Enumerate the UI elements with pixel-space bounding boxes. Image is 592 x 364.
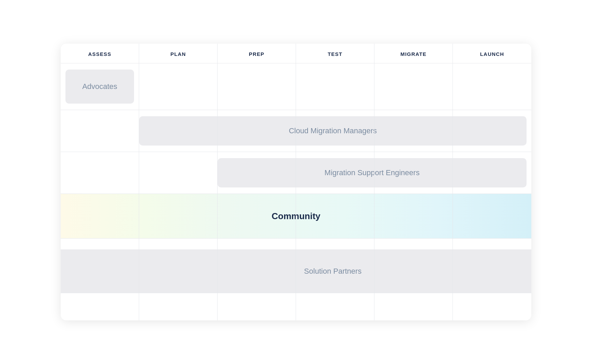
header-plan: PLAN: [139, 44, 218, 63]
support-label: Migration Support Engineers: [325, 168, 420, 177]
cloud-empty-1: [61, 110, 139, 152]
community-content: Community: [61, 194, 531, 238]
header-migrate: MIGRATE: [374, 44, 453, 63]
bottom-1: [61, 293, 139, 320]
bottom-row: [61, 293, 531, 320]
header-assess: ASSESS: [61, 44, 139, 63]
grid-area: Advocates Cloud Migration Managers: [61, 63, 531, 320]
gap-5: [374, 239, 453, 249]
gap-4: [296, 239, 374, 249]
advocates-empty-2: [139, 63, 218, 110]
advocates-empty-6: [453, 63, 531, 110]
bottom-4: [296, 293, 374, 320]
advocates-row: Advocates: [61, 63, 531, 110]
bottom-6: [453, 293, 531, 320]
main-container: ASSESS PLAN PREP TEST MIGRATE LAUNCH Adv…: [61, 44, 531, 320]
bottom-5: [374, 293, 453, 320]
advocates-empty-3: [218, 63, 296, 110]
solution-partners-row: Solution Partners: [61, 250, 531, 293]
solution-label: Solution Partners: [304, 267, 362, 276]
cloud-label: Cloud Migration Managers: [289, 126, 377, 135]
header-launch: LAUNCH: [453, 44, 531, 63]
cloud-span: Cloud Migration Managers: [139, 110, 531, 152]
support-span: Migration Support Engineers: [218, 152, 531, 194]
header-prep: PREP: [218, 44, 296, 63]
advocates-cell: Advocates: [61, 63, 139, 110]
gap-6: [453, 239, 531, 249]
advocates-block: Advocates: [65, 70, 134, 104]
header-test: TEST: [296, 44, 374, 63]
migration-support-row: Migration Support Engineers: [61, 152, 531, 194]
gap-3: [218, 239, 296, 249]
solution-span: Solution Partners: [139, 250, 531, 293]
header-row: ASSESS PLAN PREP TEST MIGRATE LAUNCH: [61, 44, 531, 63]
advocates-empty-5: [374, 63, 453, 110]
community-label: Community: [272, 211, 321, 222]
advocates-label: Advocates: [82, 82, 117, 91]
bottom-2: [139, 293, 218, 320]
gap-2: [139, 239, 218, 249]
support-empty-1: [61, 152, 139, 194]
community-row: Community: [61, 194, 531, 239]
advocates-empty-4: [296, 63, 374, 110]
bottom-3: [218, 293, 296, 320]
support-empty-2: [139, 152, 218, 194]
cloud-migration-row: Cloud Migration Managers: [61, 110, 531, 152]
gap-1: [61, 239, 139, 249]
gap-row: [61, 239, 531, 250]
solution-col-1: [61, 250, 139, 293]
